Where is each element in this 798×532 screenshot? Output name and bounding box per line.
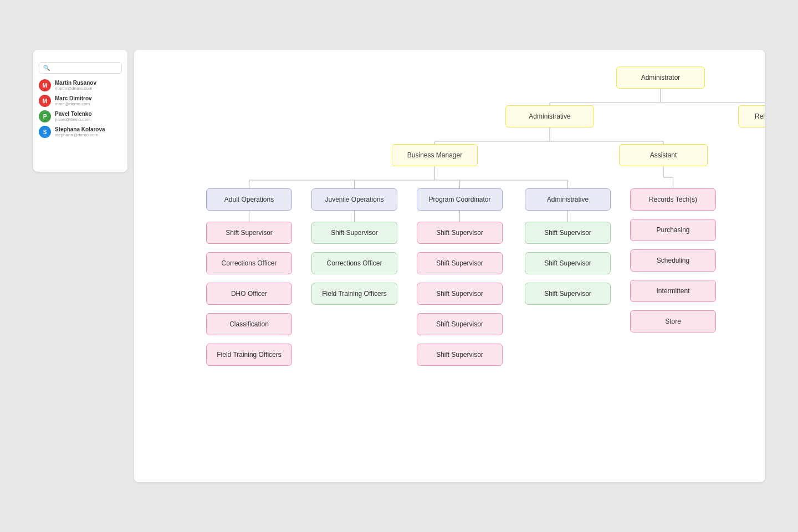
person-info: Martin Rusanov martin@demo.com — [55, 80, 96, 91]
org-node-records_tech[interactable]: Records Tech(s) — [630, 188, 716, 211]
org-node-prog_shift_sup5[interactable]: Shift Supervisor — [417, 344, 503, 366]
avatar: S — [39, 126, 51, 138]
org-node-adm_shift_sup3[interactable]: Shift Supervisor — [525, 283, 611, 305]
people-list: M Martin Rusanov martin@demo.com M Marc … — [39, 79, 122, 138]
avatar: P — [39, 110, 51, 122]
person-name: Pavel Tolenko — [55, 111, 92, 117]
search-icon: 🔍 — [43, 65, 50, 71]
org-node-relief_floating[interactable]: Relief and Floating — [738, 105, 765, 127]
sidebar: 🔍 M Martin Rusanov martin@demo.com M Mar… — [33, 50, 127, 172]
org-node-adult_corrections[interactable]: Corrections Officer — [206, 252, 292, 274]
org-node-assistant[interactable]: Assistant — [619, 144, 708, 166]
person-email: martin@demo.com — [55, 86, 96, 91]
org-node-administrative_mid[interactable]: Administrative — [525, 188, 611, 211]
search-input[interactable] — [53, 65, 117, 71]
org-node-adult_classification[interactable]: Classification — [206, 313, 292, 335]
person-name: Martin Rusanov — [55, 80, 96, 86]
person-name: Stephana Kolarova — [55, 126, 105, 132]
person-item[interactable]: M Martin Rusanov martin@demo.com — [39, 79, 122, 91]
org-node-scheduling[interactable]: Scheduling — [630, 249, 716, 272]
org-node-adm_shift_sup2[interactable]: Shift Supervisor — [525, 252, 611, 274]
person-item[interactable]: M Marc Dimitrov marc@demo.com — [39, 95, 122, 107]
org-node-adult_field_training[interactable]: Field Training Officers — [206, 344, 292, 366]
org-node-business_manager[interactable]: Business Manager — [392, 144, 478, 166]
org-node-adult_shift_sup1[interactable]: Shift Supervisor — [206, 222, 292, 244]
person-info: Pavel Tolenko pavel@demo.com — [55, 111, 92, 122]
chart-area[interactable]: AdministratorAdministrativeRelief and Fl… — [134, 50, 765, 482]
org-node-juv_field_training[interactable]: Field Training Officers — [311, 283, 397, 305]
person-email: pavel@demo.com — [55, 117, 92, 122]
search-box[interactable]: 🔍 — [39, 62, 122, 74]
org-node-adult_dho[interactable]: DHO Officer — [206, 283, 292, 305]
org-node-juv_corrections[interactable]: Corrections Officer — [311, 252, 397, 274]
org-chart: AdministratorAdministrativeRelief and Fl… — [140, 61, 749, 471]
org-node-juv_shift_sup[interactable]: Shift Supervisor — [311, 222, 397, 244]
org-node-adm_shift_sup1[interactable]: Shift Supervisor — [525, 222, 611, 244]
org-node-intermittent[interactable]: Intermittent — [630, 280, 716, 302]
org-node-adult_ops[interactable]: Adult Operations — [206, 188, 292, 211]
avatar: M — [39, 79, 51, 91]
main-wrapper: 🔍 M Martin Rusanov martin@demo.com M Mar… — [33, 50, 765, 482]
person-name: Marc Dimitrov — [55, 95, 92, 101]
person-info: Marc Dimitrov marc@demo.com — [55, 95, 92, 106]
person-email: marc@demo.com — [55, 101, 92, 106]
org-node-administrator[interactable]: Administrator — [616, 66, 705, 89]
org-node-prog_shift_sup3[interactable]: Shift Supervisor — [417, 283, 503, 305]
person-item[interactable]: P Pavel Tolenko pavel@demo.com — [39, 110, 122, 122]
org-node-program_coord[interactable]: Program Coordinator — [417, 188, 503, 211]
person-item[interactable]: S Stephana Kolarova stephana@demo.com — [39, 126, 122, 138]
org-node-prog_shift_sup1[interactable]: Shift Supervisor — [417, 222, 503, 244]
org-node-administrative_top[interactable]: Administrative — [505, 105, 594, 127]
org-node-juvenile_ops[interactable]: Juvenile Operations — [311, 188, 397, 211]
person-info: Stephana Kolarova stephana@demo.com — [55, 126, 105, 137]
org-node-prog_shift_sup4[interactable]: Shift Supervisor — [417, 313, 503, 335]
org-node-store[interactable]: Store — [630, 310, 716, 332]
org-node-prog_shift_sup2[interactable]: Shift Supervisor — [417, 252, 503, 274]
avatar: M — [39, 95, 51, 107]
person-email: stephana@demo.com — [55, 132, 105, 137]
org-node-purchasing[interactable]: Purchasing — [630, 219, 716, 241]
